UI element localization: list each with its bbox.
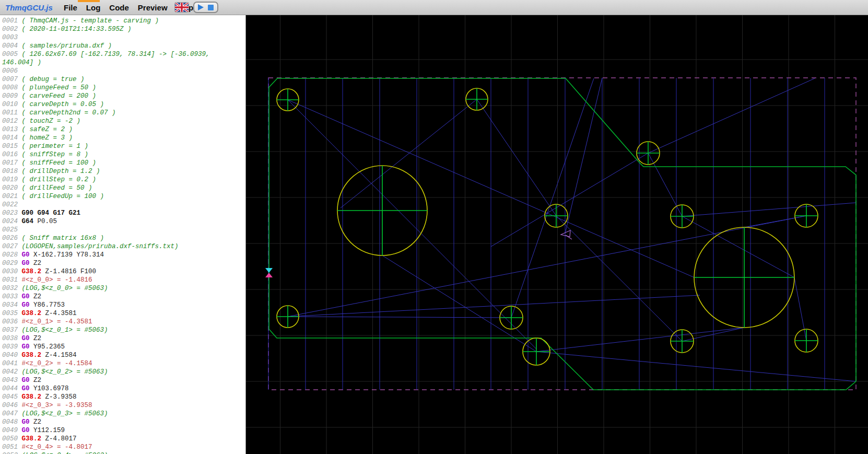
log-line: 0005 ( 126.62x67.69 [-162.7139, 78.314] … [0, 50, 245, 59]
play-icon[interactable] [198, 4, 204, 10]
run-controls [193, 2, 218, 13]
log-line: 0047 (LOG,$<z_0_3> = #5063) [0, 410, 245, 418]
log-line: 0014 ( homeZ = 3 ) [0, 134, 245, 142]
log-line: 0034 G0 Y86.7753 [0, 301, 245, 309]
log-line: 0037 (LOG,$<z_0_1> = #5063) [0, 326, 245, 334]
log-line: 0028 G0 X-162.7139 Y78.314 [0, 251, 245, 259]
log-line: 0007 ( debug = true ) [0, 75, 245, 84]
active-tab-indicator [78, 0, 100, 2]
log-line: 0031 #<z_0_0> = -1.4816 [0, 276, 245, 284]
log-line: 0024 G64 P0.05 [0, 217, 245, 226]
menu-bar: ThmqGCU.js File Log Code Preview Help [0, 0, 868, 15]
toolpath-canvas[interactable] [246, 15, 868, 454]
log-line: 0003 [0, 33, 245, 42]
log-line: 0011 ( carveDepth2nd = 0.07 ) [0, 109, 245, 117]
log-line: 0032 (LOG,$<z_0_0> = #5063) [0, 284, 245, 293]
log-line: 0033 G0 Z2 [0, 293, 245, 301]
app-title: ThmqGCU.js [0, 3, 55, 12]
log-line: 0025 [0, 226, 245, 234]
log-line: 0030 G38.2 Z-1.4816 F100 [0, 267, 245, 276]
log-line: 0020 ( drillFeed = 50 ) [0, 184, 245, 192]
tool-position-marker [265, 268, 273, 277]
mouse-cursor-icon [561, 230, 572, 239]
log-line: 0038 G0 Z2 [0, 334, 245, 343]
menu-item-code[interactable]: Code [109, 3, 129, 12]
log-line: 0023 G90 G94 G17 G21 [0, 209, 245, 217]
log-line: 0049 G0 Y112.159 [0, 426, 245, 435]
log-line: 0027 (LOGOPEN,samples/priruba.dxf-sniffs… [0, 242, 245, 251]
menu-item-file[interactable]: File [64, 3, 77, 12]
log-line: 0052 (LOG,$<z_0_4> = #5063) [0, 451, 245, 454]
uk-flag-icon[interactable] [175, 3, 189, 12]
log-line: 0017 ( sniffFeed = 100 ) [0, 159, 245, 167]
log-line: 0051 #<z_0_4> = -4.8017 [0, 443, 245, 451]
log-line: 0046 #<z_0_3> = -3.9358 [0, 401, 245, 410]
log-line: 0026 ( Sniff matrix 16x8 ) [0, 234, 245, 242]
log-line: 0039 G0 Y95.2365 [0, 343, 245, 351]
log-line: 0044 G0 Y103.6978 [0, 385, 245, 393]
log-line: 146.004] ) [0, 59, 245, 67]
menu-items: File Log Code Preview Help [55, 3, 193, 12]
log-line: 0036 #<z_0_1> = -4.3581 [0, 318, 245, 326]
log-line: 0045 G38.2 Z-3.9358 [0, 393, 245, 401]
log-line: 0018 ( drillDepth = 1.2 ) [0, 167, 245, 176]
log-line: 0042 (LOG,$<z_0_2> = #5063) [0, 368, 245, 376]
log-line: 0010 ( carveDepth = 0.05 ) [0, 100, 245, 109]
log-line: 0016 ( sniffStep = 8 ) [0, 150, 245, 159]
menu-item-preview[interactable]: Preview [138, 3, 168, 12]
stop-icon[interactable] [208, 5, 214, 10]
menu-item-log[interactable]: Log [86, 3, 101, 12]
rapid-move-lines [288, 78, 856, 381]
log-line: 0041 #<z_0_2> = -4.1584 [0, 359, 245, 368]
log-line: 0048 G0 Z2 [0, 418, 245, 426]
gcode-log-panel[interactable]: 0001 ( ThmqCAM.js - template - carving )… [0, 15, 246, 454]
log-line: 0006 [0, 67, 245, 75]
log-line: 0012 ( touchZ = -2 ) [0, 117, 245, 125]
log-line: 0009 ( carveFeed = 200 ) [0, 92, 245, 100]
log-line: 0008 ( plungeFeed = 50 ) [0, 84, 245, 92]
log-line: 0001 ( ThmqCAM.js - template - carving ) [0, 17, 245, 25]
log-line: 0021 ( drillFeedUp = 100 ) [0, 192, 245, 201]
log-line: 0050 G38.2 Z-4.8017 [0, 435, 245, 443]
log-line: 0002 ( 2020-11-01T21:14:33.595Z ) [0, 25, 245, 33]
log-line: 0040 G38.2 Z-4.1584 [0, 351, 245, 359]
log-line: 0029 G0 Z2 [0, 259, 245, 267]
drill-holes [277, 88, 818, 365]
log-line: 0013 ( safeZ = 2 ) [0, 125, 245, 134]
log-line: 0004 ( samples/priruba.dxf ) [0, 42, 245, 50]
log-line: 0035 G38.2 Z-4.3581 [0, 309, 245, 318]
log-line: 0022 [0, 201, 245, 209]
log-line: 0015 ( perimeter = 1 ) [0, 142, 245, 150]
log-line: 0043 G0 Z2 [0, 376, 245, 385]
log-line: 0019 ( drillStep = 0.2 ) [0, 176, 245, 184]
grid-lines [246, 15, 868, 454]
